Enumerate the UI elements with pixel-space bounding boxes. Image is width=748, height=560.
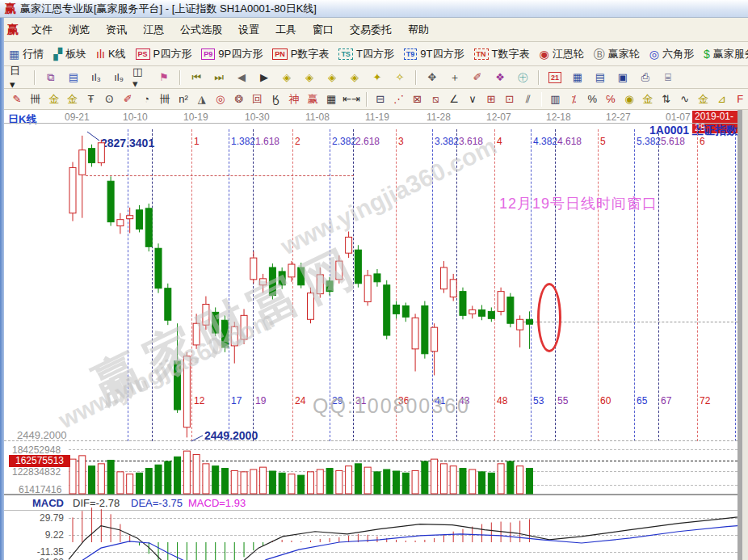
red-grid-icon[interactable]: ⊞: [483, 91, 499, 108]
red-grid2-icon[interactable]: ⊡: [502, 91, 518, 108]
smart-brain-icon[interactable]: ㊉: [513, 69, 532, 86]
hexagon-button[interactable]: ◎六角形: [649, 47, 694, 61]
f-red-icon[interactable]: F: [732, 91, 748, 108]
hand-tool-icon[interactable]: ✥: [422, 69, 442, 86]
next-icon[interactable]: ▶: [254, 69, 274, 86]
gann-box-icon[interactable]: ⊟: [372, 91, 389, 108]
spiral-icon[interactable]: ʘ: [101, 91, 117, 108]
time-clock-icon[interactable]: ◔: [138, 91, 154, 108]
number-grid-icon[interactable]: ▦: [323, 91, 339, 108]
shen-tool-icon[interactable]: 神: [286, 91, 302, 108]
pattern-window-icon[interactable]: ⧉: [41, 69, 61, 86]
export-data-icon[interactable]: ⌸: [658, 69, 678, 86]
collapse-all-icon[interactable]: ✧: [390, 69, 410, 86]
9p-square-button[interactable]: P99P四方形: [201, 47, 263, 61]
p-square-button[interactable]: PSP四方形: [136, 47, 192, 61]
zoom-in-v-icon[interactable]: ◈: [345, 69, 364, 86]
percent-icon[interactable]: %: [584, 91, 600, 108]
gold-ratio-icon[interactable]: 金: [46, 91, 62, 108]
gold-circle-icon[interactable]: ◉: [621, 91, 637, 108]
box-grid-icon[interactable]: 回: [250, 91, 266, 108]
formula-list-icon[interactable]: ▤: [64, 69, 83, 86]
fan-box-icon[interactable]: ⊠: [409, 91, 425, 108]
candle-style-dropdown[interactable]: ◫ ▾: [132, 69, 151, 86]
angle-line-icon[interactable]: ∠: [446, 91, 462, 108]
gold-square-icon[interactable]: 金: [695, 91, 712, 108]
mirror-angle-icon[interactable]: ◮: [194, 91, 210, 108]
winner-wheel-button[interactable]: Ⓑ赢家轮: [594, 47, 640, 61]
dense-ruler-icon[interactable]: 卌: [157, 91, 173, 108]
fan-lines-icon[interactable]: ⋰: [391, 91, 407, 108]
menu-item-公式选股[interactable]: 公式选股: [173, 20, 229, 40]
calendar-21-icon[interactable]: 21: [545, 69, 565, 86]
span-arrows-icon[interactable]: ⇤⇥: [342, 91, 361, 108]
sectors-button-icon: ▞: [53, 48, 62, 60]
9t-square-button-label: 9T四方形: [420, 47, 464, 61]
mark-pen-icon[interactable]: ✐: [120, 91, 136, 108]
crosshair-icon[interactable]: ＋: [445, 69, 464, 86]
k-mark-icon[interactable]: Ӄ: [267, 91, 284, 108]
target-icon[interactable]: ◎: [212, 91, 229, 108]
expand-all-icon[interactable]: ✦: [368, 69, 387, 86]
quotes-button[interactable]: ▦行情: [9, 47, 44, 61]
save-icon[interactable]: ▣: [613, 69, 632, 86]
calculator-icon[interactable]: ▦: [568, 69, 587, 86]
menu-item-设置[interactable]: 设置: [231, 20, 267, 40]
f-ruler-icon[interactable]: Ŧ: [83, 91, 99, 108]
menu-item-交易委托[interactable]: 交易委托: [342, 20, 399, 40]
window-titlebar[interactable]: 赢 赢家江恩专业版[赢家服务平台] - [上证指数 SH1A0001-80日K线…: [0, 0, 748, 18]
9t-square-button[interactable]: T99T四方形: [404, 47, 464, 61]
t-number-table-button[interactable]: TNT数字表: [474, 47, 530, 61]
p-number-table-button[interactable]: PNP数字表: [272, 47, 329, 61]
gann-wheel-button-icon: ◉: [539, 48, 548, 60]
time-ruler-icon[interactable]: 卌: [27, 91, 44, 108]
draw-pen-icon[interactable]: ✎: [9, 91, 25, 108]
last-page-icon[interactable]: ⏭: [209, 69, 229, 86]
app-logo-icon: 赢: [5, 2, 16, 16]
menu-item-帮助[interactable]: 帮助: [401, 20, 436, 40]
t-square-button[interactable]: TST四方形: [338, 47, 393, 61]
parallel-lines-icon[interactable]: ⫽: [520, 91, 536, 108]
first-page-icon[interactable]: ⏮: [187, 69, 206, 86]
winner-service-button[interactable]: $赢家服务: [704, 47, 748, 61]
window-right-pad: [742, 110, 748, 560]
menu-item-浏览[interactable]: 浏览: [61, 20, 97, 40]
zoom-out-v-icon[interactable]: ◈: [322, 69, 342, 86]
menu-item-工具[interactable]: 工具: [268, 20, 304, 40]
color-flag-icon[interactable]: ⚑: [154, 69, 174, 86]
zoom-in-h-icon[interactable]: ◈: [300, 69, 319, 86]
gold-ratio2-icon[interactable]: 金: [65, 91, 81, 108]
menu-item-资讯[interactable]: 资讯: [99, 20, 134, 40]
sectors-button[interactable]: ▞板块: [53, 47, 86, 61]
toolbar-main: ▦行情▞板块ılıK线PSP四方形P99P四方形PNP数字表TST四方形T99T…: [4, 42, 748, 66]
bars-3-icon[interactable]: ıl₃: [86, 69, 106, 86]
percent-tri-icon[interactable]: ⁒: [565, 91, 582, 108]
gann-shapes-icon[interactable]: ❖: [490, 69, 510, 86]
notepad-icon[interactable]: ▤: [590, 69, 610, 86]
kline-button[interactable]: ılıK线: [96, 47, 126, 61]
measure-pen-icon[interactable]: ✐: [468, 69, 487, 86]
price-volume-macd-plot: [4, 110, 737, 560]
wave-icon[interactable]: ∿: [677, 91, 693, 108]
prev-icon[interactable]: ◀: [232, 69, 251, 86]
angle-up-icon[interactable]: ⊿: [713, 91, 729, 108]
bars-9-icon[interactable]: ıl₉: [109, 69, 128, 86]
fan-square-icon[interactable]: ⧅: [427, 91, 443, 108]
percent-line-icon[interactable]: ℅: [603, 91, 619, 108]
period-day-dropdown[interactable]: 日 ▾: [9, 69, 28, 86]
hexagon-button-icon: ◎: [649, 48, 659, 60]
column-icon[interactable]: ▥: [547, 91, 563, 108]
ying-tool-icon[interactable]: 赢: [305, 91, 321, 108]
gann-wheel-button[interactable]: ◉江恩轮: [539, 47, 583, 61]
export-image-icon[interactable]: ⎙: [636, 69, 655, 86]
zoom-out-h-icon[interactable]: ◈: [277, 69, 296, 86]
price-arrow-icon[interactable]: ⇅: [658, 91, 674, 108]
small-wheel-icon[interactable]: ❂: [231, 91, 247, 108]
menu-item-江恩[interactable]: 江恩: [136, 20, 171, 40]
menu-item-文件[interactable]: 文件: [24, 20, 60, 40]
menu-item-窗口[interactable]: 窗口: [305, 20, 341, 40]
chart-area: 日K线 09-2110-1010-1910-3011-0811-1911-281…: [4, 110, 737, 560]
n-square-icon[interactable]: n²: [175, 91, 191, 108]
gold-lines-icon[interactable]: 金: [640, 91, 656, 108]
v-shape-icon[interactable]: ∨: [464, 91, 481, 108]
